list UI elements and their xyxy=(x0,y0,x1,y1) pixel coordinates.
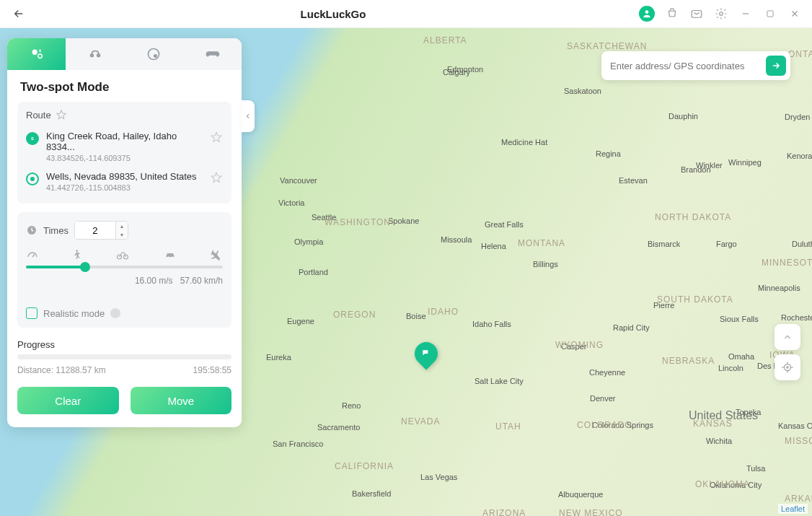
map-city-label: Duluth xyxy=(792,240,812,248)
walk-icon[interactable] xyxy=(71,248,82,261)
svg-point-18 xyxy=(787,367,788,368)
map-region-label: WYOMING xyxy=(555,340,604,350)
map-city-label: Edmonton xyxy=(447,65,483,74)
svg-point-12 xyxy=(76,250,79,252)
tab-two-spot[interactable] xyxy=(7,38,66,70)
map-city-label: Great Falls xyxy=(485,220,524,229)
tab-game[interactable] xyxy=(183,38,242,70)
gear-icon[interactable] xyxy=(714,6,728,21)
map-region-label: MISSOURI xyxy=(785,436,812,446)
end-favorite-button[interactable] xyxy=(210,171,223,184)
map-location-pin[interactable] xyxy=(415,342,438,369)
maximize-button[interactable] xyxy=(763,6,777,21)
tab-multi-spot[interactable] xyxy=(66,38,124,70)
svg-point-15 xyxy=(167,256,169,258)
map-city-label: Fargo xyxy=(716,240,737,248)
map-city-label: Lincoln xyxy=(718,364,743,372)
map-city-label: Omaha xyxy=(728,352,754,361)
move-button[interactable]: Move xyxy=(131,387,232,414)
svg-point-6 xyxy=(90,53,94,58)
map-city-label: Medicine Hat xyxy=(501,138,547,147)
end-pin-icon xyxy=(26,172,39,185)
collapse-right-button[interactable] xyxy=(775,324,800,350)
times-input[interactable] xyxy=(75,222,115,239)
route-star-icon[interactable] xyxy=(56,109,67,121)
close-button[interactable] xyxy=(787,6,802,21)
eta-value: 195:58:55 xyxy=(193,365,231,375)
realistic-checkbox[interactable] xyxy=(26,307,37,319)
map-attribution[interactable]: Leaflet xyxy=(778,504,808,514)
map-city-label: Winnipeg xyxy=(728,158,762,167)
map-region-label: UTAH xyxy=(495,421,521,432)
info-icon[interactable] xyxy=(110,308,120,318)
map-region-label: ALBERTA xyxy=(423,35,467,45)
map-region-label: IDAHO xyxy=(428,307,459,317)
tab-joystick[interactable] xyxy=(125,38,183,70)
svg-rect-3 xyxy=(767,11,773,17)
map-region-label: CALIFORNIA xyxy=(335,461,394,471)
map-city-label: Eugene xyxy=(287,317,314,325)
end-address: Wells, Nevada 89835, United States xyxy=(46,171,203,182)
map-city-label: Albuquerque xyxy=(558,490,603,499)
map-region-label: WASHINGTON xyxy=(325,217,391,227)
svg-text:S: S xyxy=(31,136,34,141)
speed-slider[interactable] xyxy=(26,266,223,268)
search-go-button[interactable] xyxy=(766,56,786,76)
map-region-label: MINNESOTA xyxy=(762,258,812,268)
map-city-label: Rochester xyxy=(781,313,812,322)
svg-point-0 xyxy=(645,10,649,14)
map-city-label: Salt Lake City xyxy=(475,377,524,385)
search-box xyxy=(601,51,790,80)
start-coords: 43.834526,-114.609375 xyxy=(46,154,203,162)
map-city-label: Vancouver xyxy=(280,176,317,185)
map-region-label: NEBRASKA xyxy=(662,356,715,366)
map-city-label: Sioux Falls xyxy=(720,315,759,323)
svg-point-9 xyxy=(154,54,157,58)
map-city-label: Helena xyxy=(481,242,506,250)
map-city-label: Idaho Falls xyxy=(472,320,511,328)
clock-icon xyxy=(26,224,37,236)
svg-point-5 xyxy=(37,54,42,58)
map-city-label: Spokane xyxy=(388,217,419,225)
times-label: Times xyxy=(43,225,69,236)
times-down-button[interactable]: ▼ xyxy=(116,230,128,239)
map-region-label: OKLAHOMA xyxy=(695,479,750,489)
map-city-label: Winkler xyxy=(696,161,723,170)
map-region-label: COLORADO xyxy=(577,420,632,430)
cart-icon[interactable] xyxy=(665,6,679,21)
map-city-label: Missoula xyxy=(441,235,472,244)
collapse-panel-button[interactable] xyxy=(242,100,255,132)
map-region-label: ARKANSAS xyxy=(785,494,812,504)
back-button[interactable] xyxy=(10,5,27,22)
bike-icon[interactable] xyxy=(115,248,131,261)
map-city-label: Eureka xyxy=(266,353,291,362)
map-city-label: Estevan xyxy=(619,176,648,185)
plane-icon[interactable] xyxy=(210,248,223,261)
mail-icon[interactable] xyxy=(689,6,704,21)
car-icon[interactable] xyxy=(162,249,178,261)
speed-gauge-icon xyxy=(26,248,39,261)
clear-button[interactable]: Clear xyxy=(17,387,119,414)
map-city-label: Victoria xyxy=(278,198,304,207)
user-icon[interactable] xyxy=(639,6,655,22)
progress-bar xyxy=(17,354,231,359)
map-city-label: San Francisco xyxy=(273,440,323,448)
distance-value: Distance: 11288.57 km xyxy=(17,365,106,375)
times-up-button[interactable]: ▲ xyxy=(116,222,128,230)
map-city-label: Billings xyxy=(533,260,558,268)
map-city-label: Sacramento xyxy=(317,423,360,432)
map-city-label: Reno xyxy=(342,401,361,410)
end-coords: 41.442726,-115.004883 xyxy=(46,183,203,192)
svg-point-7 xyxy=(97,53,101,58)
map-region-label: ARIZONA xyxy=(482,508,526,516)
map-city-label: Bakersfield xyxy=(352,489,391,498)
map-city-label: Kansas City xyxy=(778,421,812,430)
minimize-button[interactable] xyxy=(738,6,753,21)
mode-title: Two-spot Mode xyxy=(7,70,242,102)
locate-button[interactable] xyxy=(775,354,800,380)
start-favorite-button[interactable] xyxy=(210,131,223,144)
map-city-label: Boise xyxy=(406,312,426,320)
map-region-label: ONTARIO xyxy=(788,49,812,59)
search-input[interactable] xyxy=(610,61,766,71)
map-city-label: Wichita xyxy=(706,437,732,445)
